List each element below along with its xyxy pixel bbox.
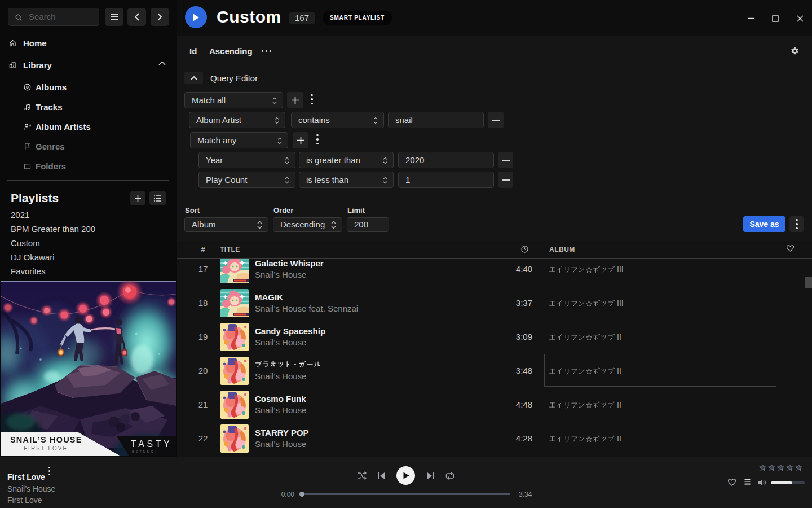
svg-text:BSTNNXI: BSTNNXI bbox=[132, 450, 157, 453]
svg-text:SNAIL’S HOUSE: SNAIL’S HOUSE bbox=[10, 435, 82, 444]
svg-text:FIRST LOVE: FIRST LOVE bbox=[24, 445, 68, 452]
svg-text:TASTY: TASTY bbox=[131, 439, 172, 449]
